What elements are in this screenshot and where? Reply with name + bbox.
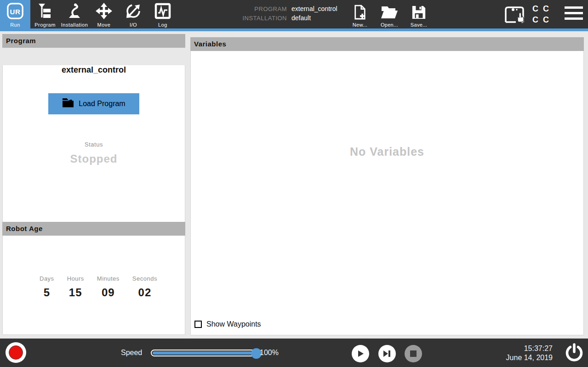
emergency-stop-button[interactable] [6,342,26,363]
top-navigation-bar: UR Run Program Installation [0,0,588,28]
hamburger-menu-icon[interactable] [565,6,583,23]
robot-age-body: Days 5 Hours 15 Minutes 09 Seconds 02 [2,236,185,335]
no-variables-message: No Variables [191,145,583,158]
age-seconds: Seconds 02 [126,275,164,299]
new-file-icon [354,3,366,22]
new-button[interactable]: New... [348,3,372,28]
status-letter: C [543,4,549,14]
play-button[interactable] [352,345,369,362]
clock-display: 15:37:27 June 14, 2019 [460,344,553,362]
status-letter: C [532,15,538,25]
variables-panel-body: No Variables Show Waypoints [190,51,584,335]
tab-run[interactable]: UR Run [0,0,30,28]
status-label: Status [3,141,185,148]
tab-installation-label: Installation [61,22,88,28]
loaded-file-info: PROGRAM external_control INSTALLATION de… [208,5,337,22]
io-arrows-icon [125,0,142,22]
teach-pendant-icon[interactable] [502,5,526,27]
file-buttons: New... Open... Save... [348,3,431,28]
tab-installation[interactable]: Installation [60,0,89,28]
clock-date: June 14, 2019 [460,353,553,362]
program-panel: Program external_control Load Program St… [2,34,185,238]
loaded-program-name: external_control [3,65,185,75]
program-tree-icon [37,0,53,22]
log-chart-icon [154,0,171,22]
tab-io-label: I/O [130,22,137,28]
variables-panel: Variables No Variables Show Waypoints [190,37,584,335]
speed-label: Speed [121,349,142,357]
status-letter: C [532,4,538,14]
step-forward-icon [382,350,392,358]
folder-icon [62,97,74,110]
age-days-label: Days [40,275,54,282]
clock-time: 15:37:27 [460,344,553,353]
speed-value: 100% [260,349,279,357]
stop-icon [410,350,417,357]
age-minutes: Minutes 09 [91,275,126,299]
status-letter: C [543,15,549,25]
save-button-label: Save... [411,22,427,28]
step-button[interactable] [378,345,396,362]
new-button-label: New... [353,22,367,28]
ur-logo-icon: UR [6,0,24,22]
age-minutes-label: Minutes [97,275,120,282]
tab-run-label: Run [10,22,20,28]
move-arrows-icon [95,0,113,22]
show-waypoints-checkbox[interactable] [194,321,202,328]
robot-arm-icon [66,0,83,22]
tab-io[interactable]: I/O [119,0,148,28]
age-days: Days 5 [33,275,61,299]
speed-slider-fill [153,351,256,355]
bottom-control-bar: Speed 100% 15:37:27 June 14, 2019 [0,339,588,367]
robot-age-panel: Robot Age Days 5 Hours 15 Minutes 09 Sec… [2,222,185,335]
program-panel-body: external_control Load Program Status Sto… [2,65,185,238]
show-waypoints-control[interactable]: Show Waypoints [194,320,261,328]
robot-age-counters: Days 5 Hours 15 Minutes 09 Seconds 02 [33,275,164,299]
program-panel-header: Program [2,34,185,48]
installation-name-value: default [291,14,337,22]
show-waypoints-label: Show Waypoints [206,320,261,328]
play-icon [356,350,365,358]
open-folder-icon [381,3,398,22]
load-program-label: Load Program [79,100,125,108]
tab-program-label: Program [34,22,56,28]
program-name-value: external_control [291,5,337,12]
save-floppy-icon [411,3,426,22]
emergency-stop-red-dot [9,345,23,360]
robot-age-header: Robot Age [2,222,185,236]
age-minutes-value: 09 [97,286,120,299]
svg-text:UR: UR [10,8,21,16]
open-button-label: Open... [381,22,398,28]
age-hours-value: 15 [67,286,84,299]
age-hours-label: Hours [67,275,84,282]
status-value: Stopped [3,152,185,165]
program-label: PROGRAM [208,6,287,12]
age-seconds-label: Seconds [132,275,157,282]
installation-label: INSTALLATION [208,15,287,22]
speed-slider[interactable] [151,350,257,356]
tab-move-label: Move [97,22,111,28]
power-icon [564,343,584,363]
age-seconds-value: 02 [132,286,157,299]
save-button[interactable]: Save... [407,3,431,28]
tab-log-label: Log [158,22,167,28]
power-button[interactable] [564,343,584,365]
age-hours: Hours 15 [61,275,91,299]
tab-program[interactable]: Program [30,0,60,28]
stop-button[interactable] [405,345,422,362]
accent-divider [0,28,588,31]
tab-log[interactable]: Log [148,0,177,28]
load-program-button[interactable]: Load Program [48,93,139,114]
variables-panel-header: Variables [190,37,584,51]
status-indicator-cc: C C C C [532,4,549,25]
tab-move[interactable]: Move [89,0,119,28]
age-days-value: 5 [40,286,54,299]
open-button[interactable]: Open... [377,3,401,28]
